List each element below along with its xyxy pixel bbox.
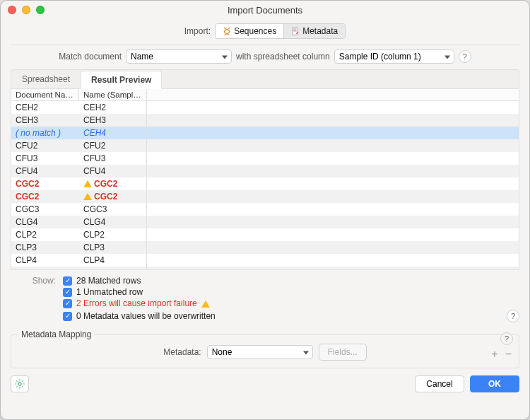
tab-spreadsheet[interactable]: Spreadsheet bbox=[11, 70, 81, 88]
table-row[interactable]: CLP2CLP2 bbox=[11, 228, 519, 241]
table-body[interactable]: CEH2CEH2CEH3CEH3( no match )CEH4CFU2CFU2… bbox=[11, 101, 519, 269]
cell-sample-id: CGC2 bbox=[79, 190, 147, 203]
match-document-select[interactable]: Name bbox=[126, 49, 232, 64]
cell-sample-id: CEH2 bbox=[79, 101, 147, 114]
fields-button[interactable]: Fields... bbox=[319, 344, 367, 361]
import-toggle-group: Sequences Metadata bbox=[215, 23, 346, 39]
cell-document-name: CTE2 bbox=[11, 267, 79, 269]
cell-sample-id: CLP2 bbox=[79, 228, 147, 241]
table-row[interactable]: CFU3CFU3 bbox=[11, 152, 519, 165]
window-title: Import Documents bbox=[1, 5, 529, 16]
cell-document-name: CLP2 bbox=[11, 228, 79, 241]
cell-document-name: CEH3 bbox=[11, 114, 79, 127]
ok-button[interactable]: OK bbox=[470, 375, 519, 392]
show-errors-text: 2 Errors will cause import failure bbox=[76, 298, 197, 308]
cell-document-name: CFU3 bbox=[11, 152, 79, 165]
help-button-show[interactable]: ? bbox=[507, 310, 519, 322]
cell-sample-id: CLP3 bbox=[79, 241, 147, 254]
remove-mapping-button[interactable]: − bbox=[505, 348, 512, 361]
checkbox-errors[interactable]: ✓ bbox=[63, 299, 72, 308]
add-mapping-button[interactable]: + bbox=[491, 348, 497, 361]
cell-sample-id: CLP4 bbox=[79, 254, 147, 267]
spreadsheet-column-select[interactable]: Sample ID (column 1) bbox=[334, 49, 454, 64]
warning-icon bbox=[83, 180, 92, 187]
import-label: Import: bbox=[184, 26, 211, 36]
mapping-label: Metadata: bbox=[163, 347, 201, 357]
settings-button[interactable] bbox=[11, 375, 29, 392]
metadata-mapping-group: Metadata Mapping ? Metadata: None Fields… bbox=[11, 329, 519, 368]
warning-icon bbox=[83, 193, 92, 200]
cell-sample-id: CEH3 bbox=[79, 114, 147, 127]
import-sequences-label: Sequences bbox=[234, 26, 276, 36]
col-document-name[interactable]: Document Name bbox=[11, 89, 79, 100]
cell-sample-id: CEH4 bbox=[79, 127, 147, 139]
show-overwrite-text: 0 Metadata values will be overwritten bbox=[76, 311, 216, 321]
checkbox-unmatched[interactable]: ✓ bbox=[63, 288, 72, 297]
dna-icon bbox=[223, 27, 231, 35]
metadata-select[interactable]: None bbox=[207, 345, 313, 359]
import-metadata-label: Metadata bbox=[302, 26, 338, 36]
doc-icon bbox=[291, 27, 300, 35]
table-row[interactable]: CLP3CLP3 bbox=[11, 241, 519, 254]
warning-icon bbox=[201, 301, 210, 308]
checkbox-overwrite[interactable]: ✓ bbox=[63, 312, 72, 321]
cell-sample-id: CTE2 bbox=[79, 267, 147, 269]
cell-document-name: CGC2 bbox=[11, 190, 79, 203]
cell-sample-id: CFU2 bbox=[79, 139, 147, 152]
col-sample-id[interactable]: Name (Sample ID) bbox=[79, 89, 147, 100]
table-row[interactable]: CFU2CFU2 bbox=[11, 139, 519, 152]
result-preview-table: Document Name Name (Sample ID) CEH2CEH2C… bbox=[11, 89, 519, 270]
show-label: Show: bbox=[23, 276, 56, 286]
table-row[interactable]: CLP4CLP4 bbox=[11, 254, 519, 267]
dialog-window: Import Documents Import: Sequences Metad… bbox=[0, 0, 530, 420]
cell-document-name: CLP4 bbox=[11, 254, 79, 267]
import-metadata-toggle[interactable]: Metadata bbox=[284, 24, 345, 38]
titlebar: Import Documents bbox=[1, 1, 529, 19]
table-row[interactable]: CFU4CFU4 bbox=[11, 165, 519, 177]
table-row[interactable]: CEH3CEH3 bbox=[11, 114, 519, 127]
gear-icon bbox=[14, 378, 25, 390]
table-row[interactable]: CGC3CGC3 bbox=[11, 203, 519, 216]
import-sequences-toggle[interactable]: Sequences bbox=[216, 24, 284, 38]
match-label-left: Match document bbox=[59, 52, 122, 62]
tab-result-preview[interactable]: Result Preview bbox=[81, 71, 162, 89]
table-row[interactable]: CGC2CGC2 bbox=[11, 190, 519, 203]
help-button-match[interactable]: ? bbox=[459, 50, 471, 63]
separator bbox=[11, 45, 519, 45]
table-header-row: Document Name Name (Sample ID) bbox=[11, 89, 519, 101]
cell-document-name: CFU4 bbox=[11, 165, 79, 177]
cell-document-name: CFU2 bbox=[11, 139, 79, 152]
show-matched-text: 28 Matched rows bbox=[76, 276, 141, 286]
import-row: Import: Sequences Metadata bbox=[11, 23, 519, 39]
match-row: Match document Name with spreadsheet col… bbox=[11, 49, 519, 64]
mapping-legend: Metadata Mapping bbox=[18, 329, 94, 339]
footer: Cancel OK bbox=[11, 375, 519, 392]
show-unmatched-text: 1 Unmatched row bbox=[76, 287, 143, 297]
cell-document-name: CGC3 bbox=[11, 203, 79, 216]
checkbox-matched[interactable]: ✓ bbox=[63, 276, 72, 286]
cell-document-name: CLP3 bbox=[11, 241, 79, 254]
cell-document-name: CEH2 bbox=[11, 101, 79, 114]
cell-sample-id: CFU3 bbox=[79, 152, 147, 165]
match-label-mid: with spreadsheet column bbox=[236, 52, 330, 62]
help-button-mapping[interactable]: ? bbox=[500, 332, 513, 345]
cancel-button[interactable]: Cancel bbox=[415, 375, 464, 392]
cell-sample-id: CGC3 bbox=[79, 203, 147, 216]
cell-sample-id: CFU4 bbox=[79, 165, 147, 177]
table-row[interactable]: CLG4CLG4 bbox=[11, 216, 519, 228]
cell-document-name: CGC2 bbox=[11, 177, 79, 190]
table-row[interactable]: CEH2CEH2 bbox=[11, 101, 519, 114]
col-spacer bbox=[147, 89, 519, 100]
table-row[interactable]: CTE2CTE2 bbox=[11, 267, 519, 269]
cell-sample-id: CGC2 bbox=[79, 177, 147, 190]
tabstrip: Spreadsheet Result Preview bbox=[11, 69, 519, 89]
table-row[interactable]: CGC2CGC2 bbox=[11, 177, 519, 190]
table-row[interactable]: ( no match )CEH4 bbox=[11, 127, 519, 139]
cell-document-name: CLG4 bbox=[11, 216, 79, 228]
svg-point-1 bbox=[18, 383, 21, 385]
show-block: Show: ✓ 28 Matched rows ✓ 1 Unmatched ro… bbox=[23, 274, 519, 324]
cell-document-name: ( no match ) bbox=[11, 127, 79, 139]
cell-sample-id: CLG4 bbox=[79, 216, 147, 228]
